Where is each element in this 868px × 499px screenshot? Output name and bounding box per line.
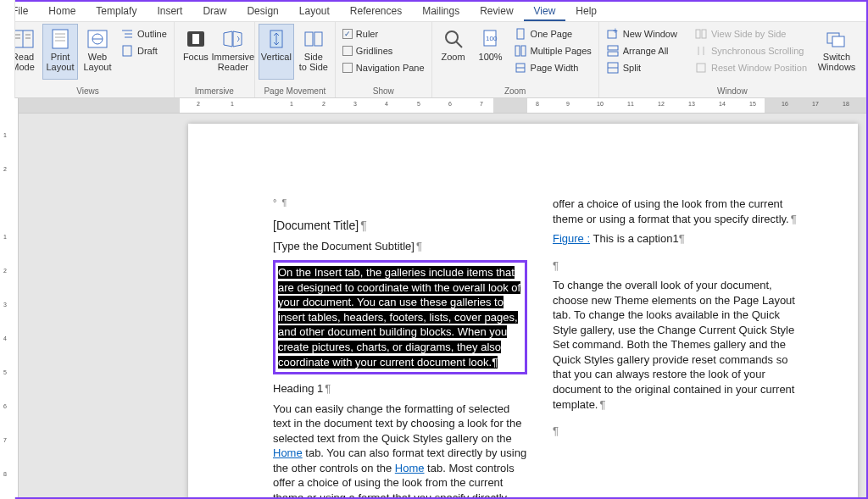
side-to-side-label: Side to Side bbox=[299, 52, 328, 72]
outline-label: Outline bbox=[137, 29, 167, 39]
focus-button[interactable]: Focus bbox=[178, 24, 214, 80]
draft-button[interactable]: Draft bbox=[117, 42, 170, 59]
zoom-button[interactable]: Zoom bbox=[436, 24, 471, 80]
hruler-tick: 2 bbox=[197, 101, 200, 107]
figure-caption-text: This is a caption1 bbox=[593, 232, 678, 245]
arrange-all-label: Arrange All bbox=[623, 46, 669, 56]
hruler-tick: 4 bbox=[385, 101, 388, 107]
zoom-100-button[interactable]: 100 100% bbox=[473, 24, 509, 80]
p2-continued[interactable]: offer a choice of using the look from th… bbox=[553, 197, 807, 226]
draft-icon bbox=[120, 44, 134, 58]
tab-draw[interactable]: Draw bbox=[192, 2, 236, 21]
group-show: ✓ Ruler Gridlines Navigation Pane Show bbox=[336, 22, 432, 97]
side-to-side-icon bbox=[302, 28, 326, 50]
tab-references[interactable]: References bbox=[340, 2, 412, 21]
immersive-reader-button[interactable]: Immersive Reader bbox=[215, 24, 251, 80]
view-side-by-side-label: View Side by Side bbox=[711, 29, 786, 39]
figure-caption[interactable]: Figure : This is a caption1¶ bbox=[553, 231, 807, 247]
side-to-side-button[interactable]: Side to Side bbox=[296, 24, 331, 80]
column-left: ° ¶ [Document Title] [Type the Document … bbox=[273, 197, 527, 497]
tab-review[interactable]: Review bbox=[470, 2, 523, 21]
tab-help[interactable]: Help bbox=[565, 2, 607, 21]
hruler-tick: 1 bbox=[290, 101, 293, 107]
arrange-all-icon bbox=[606, 44, 620, 58]
page-width-button[interactable]: Page Width bbox=[510, 59, 595, 76]
vertical-icon bbox=[264, 28, 288, 50]
tab-home[interactable]: Home bbox=[38, 2, 86, 21]
web-layout-button[interactable]: Web Layout bbox=[80, 24, 115, 80]
body-paragraph-1[interactable]: You can easily change the formatting of … bbox=[273, 402, 527, 497]
group-views: Read Mode Print Layout Web Layout Outlin… bbox=[2, 22, 175, 97]
hruler-tick: 18 bbox=[843, 101, 849, 107]
document-page[interactable]: ° ¶ [Document Title] [Type the Document … bbox=[188, 124, 858, 497]
hruler-tick: 11 bbox=[627, 101, 634, 107]
selected-text[interactable]: On the Insert tab, the galleries include… bbox=[278, 266, 520, 368]
svg-rect-39 bbox=[697, 64, 705, 72]
tab-layout[interactable]: Layout bbox=[289, 2, 340, 21]
menu-bar: File Home Templafy Insert Draw Design La… bbox=[2, 2, 866, 22]
sync-scroll-icon bbox=[694, 44, 708, 58]
svg-line-23 bbox=[456, 42, 462, 47]
tab-insert[interactable]: Insert bbox=[147, 2, 192, 21]
doc-title[interactable]: [Document Title] bbox=[273, 218, 527, 234]
svg-rect-33 bbox=[608, 46, 618, 50]
immersive-reader-label: Immersive Reader bbox=[212, 52, 255, 72]
ribbon: Read Mode Print Layout Web Layout Outlin… bbox=[2, 22, 866, 98]
tab-templafy[interactable]: Templafy bbox=[86, 2, 147, 21]
zoom-100-icon: 100 bbox=[479, 28, 503, 50]
arrange-all-button[interactable]: Arrange All bbox=[603, 42, 681, 59]
group-window: + New Window Arrange All Split View Side… bbox=[599, 22, 866, 97]
link-home-1[interactable]: Home bbox=[273, 446, 303, 459]
hruler-tick: 6 bbox=[448, 101, 452, 107]
focus-label: Focus bbox=[183, 52, 209, 62]
multiple-pages-button[interactable]: Multiple Pages bbox=[510, 42, 595, 59]
selected-paragraph-box[interactable]: On the Insert tab, the galleries include… bbox=[273, 260, 527, 374]
vruler-tick: 4 bbox=[3, 335, 7, 341]
view-side-by-side-icon bbox=[694, 27, 708, 41]
page-width-label: Page Width bbox=[531, 63, 579, 73]
svg-rect-38 bbox=[702, 30, 706, 38]
print-layout-button[interactable]: Print Layout bbox=[42, 24, 78, 80]
vertical-ruler[interactable]: 1 2 1 2 3 4 5 6 7 8 bbox=[2, 98, 19, 497]
svg-rect-20 bbox=[305, 32, 313, 46]
tab-mailings[interactable]: Mailings bbox=[412, 2, 470, 21]
doc-subtitle[interactable]: [Type the Document Subtitle] bbox=[273, 239, 527, 254]
tab-design[interactable]: Design bbox=[236, 2, 288, 21]
svg-point-22 bbox=[446, 31, 458, 43]
checkbox-icon bbox=[342, 63, 353, 73]
svg-rect-34 bbox=[608, 52, 618, 56]
figure-link[interactable]: Figure : bbox=[553, 232, 590, 245]
ruler-checkbox[interactable]: ✓ Ruler bbox=[339, 25, 428, 42]
web-layout-label: Web Layout bbox=[83, 52, 111, 72]
vertical-button[interactable]: Vertical bbox=[259, 24, 294, 80]
gridlines-checkbox[interactable]: Gridlines bbox=[339, 42, 428, 59]
link-home-2[interactable]: Home bbox=[395, 462, 425, 474]
svg-rect-6 bbox=[53, 30, 68, 48]
heading-1[interactable]: Heading 1 bbox=[273, 381, 527, 396]
horizontal-ruler[interactable]: 2 1 1 2 3 4 5 6 7 8 9 10 11 12 13 14 15 … bbox=[19, 98, 866, 114]
hruler-tick: 14 bbox=[719, 101, 726, 107]
hruler-tick: 3 bbox=[353, 101, 357, 107]
split-icon bbox=[606, 61, 620, 75]
one-page-button[interactable]: One Page bbox=[510, 25, 595, 42]
outline-button[interactable]: Outline bbox=[117, 25, 170, 42]
print-layout-icon bbox=[48, 28, 72, 50]
new-window-button[interactable]: + New Window bbox=[603, 25, 681, 42]
split-button[interactable]: Split bbox=[603, 59, 681, 76]
hruler-tick: 15 bbox=[749, 101, 756, 107]
empty-para2: ¶ bbox=[553, 424, 559, 437]
hruler-tick: 10 bbox=[597, 101, 604, 107]
switch-windows-button[interactable]: Switch Windows bbox=[819, 24, 854, 80]
reset-window-icon bbox=[694, 61, 708, 75]
tab-view[interactable]: View bbox=[524, 2, 566, 21]
body-paragraph-3[interactable]: To change the overall look of your docum… bbox=[553, 278, 807, 412]
vruler-tick: 8 bbox=[3, 471, 7, 477]
nav-pane-checkbox[interactable]: Navigation Pane bbox=[339, 59, 428, 76]
page-width-icon bbox=[514, 61, 527, 75]
one-page-icon bbox=[514, 27, 527, 41]
svg-rect-21 bbox=[314, 32, 322, 46]
hruler-tick: 1 bbox=[231, 101, 234, 107]
group-page-movement-label: Page Movement bbox=[259, 86, 331, 97]
split-label: Split bbox=[623, 63, 641, 73]
sync-scroll-button: Synchronous Scrolling bbox=[691, 42, 810, 59]
